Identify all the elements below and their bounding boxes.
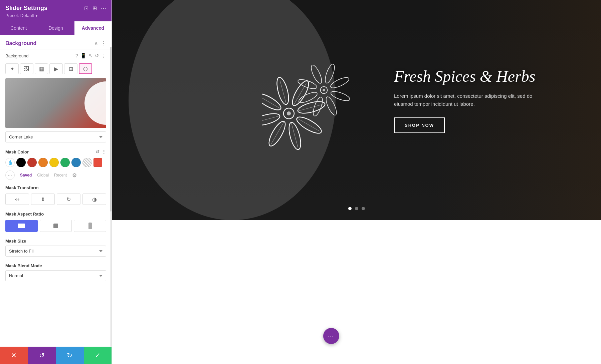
svg-point-9 <box>286 111 291 116</box>
aspect-wide-shape <box>18 224 25 228</box>
color-black[interactable] <box>16 158 26 167</box>
bg-type-mask[interactable]: ⬡ <box>79 63 92 74</box>
transform-invert[interactable]: ◑ <box>82 194 106 205</box>
aspect-wide[interactable] <box>5 220 38 232</box>
transform-flip-v[interactable]: ⇕ <box>31 194 55 205</box>
columns-icon[interactable]: ⊞ <box>92 5 97 11</box>
mask-size-label: Mask Size <box>5 239 26 244</box>
mask-aspect-label-row: Mask Aspect Ratio <box>0 209 112 219</box>
mask-blend-label: Mask Blend Mode <box>5 263 42 268</box>
expand-icon[interactable]: ⊡ <box>84 5 88 11</box>
bg-preview-shape <box>5 78 106 128</box>
mask-blend-select[interactable]: Normal <box>5 270 106 281</box>
panel-title: Slider Settings <box>5 5 47 12</box>
svg-point-20 <box>330 90 351 103</box>
scroll-track <box>110 47 112 347</box>
aspect-square-shape <box>53 224 58 228</box>
bg-preview <box>5 78 106 128</box>
panel-actions: ✕ ↺ ↻ ✓ <box>0 347 112 364</box>
three-dots-btn[interactable]: ··· <box>5 170 15 180</box>
panel-header: Slider Settings ⊡ ⊞ ⋯ Preset: Default <box>0 0 112 21</box>
mask-transform-label-row: Mask Transform <box>0 183 112 192</box>
bg-type-image[interactable]: 🖼 <box>20 63 33 74</box>
right-content: Fresh Spices & Herbs Lorem ipsum dolor s… <box>112 0 601 364</box>
spice-svg <box>262 33 376 187</box>
color-custom-pen[interactable] <box>93 158 102 167</box>
shop-now-button[interactable]: SHOP NOW <box>394 117 445 133</box>
slider-dots <box>348 207 365 210</box>
redo-button[interactable]: ↻ <box>56 347 84 364</box>
corner-lake-select[interactable]: Corner Lake <box>5 131 106 142</box>
slider-dot-2[interactable] <box>355 207 358 210</box>
bg-row-icons: ? 📱 ↖ ↺ ⋮ <box>75 53 106 59</box>
tab-advanced[interactable]: Advanced <box>74 21 112 35</box>
below-slider-area: ··· <box>112 220 601 364</box>
fab-button[interactable]: ··· <box>323 328 339 344</box>
transform-buttons: ⇔ ⇕ ↻ ◑ <box>0 192 112 209</box>
tab-recent[interactable]: Recent <box>54 173 67 177</box>
color-tabs-row: ··· Saved Global Recent ⚙ <box>0 169 112 183</box>
color-transparent[interactable] <box>82 158 92 167</box>
mask-aspect-label: Mask Aspect Ratio <box>5 212 44 217</box>
color-green[interactable] <box>60 158 70 167</box>
spice-illustration <box>255 20 382 200</box>
svg-point-6 <box>262 111 281 128</box>
section-more-icon[interactable]: ⋮ <box>101 40 106 46</box>
mask-color-more-icon[interactable]: ⋮ <box>102 149 106 154</box>
color-blue[interactable] <box>71 158 81 167</box>
collapse-icon[interactable]: ∧ <box>94 40 98 46</box>
mask-size-select[interactable]: Stretch to Fill <box>5 246 106 257</box>
slider-dot-1[interactable] <box>348 207 352 210</box>
more-dots-icon[interactable]: ⋮ <box>101 53 106 59</box>
svg-point-21 <box>324 95 339 116</box>
slider-text-block: Fresh Spices & Herbs Lorem ipsum dolor s… <box>394 67 541 133</box>
slider-dot-3[interactable] <box>362 207 365 210</box>
transform-rotate[interactable]: ↻ <box>57 194 80 205</box>
mask-color-reset-icon[interactable]: ↺ <box>95 149 99 154</box>
bg-type-none[interactable]: ✦ <box>5 63 19 74</box>
bg-type-pattern[interactable]: ⊞ <box>64 63 77 74</box>
tab-design[interactable]: Design <box>37 21 74 35</box>
panel-preset[interactable]: Preset: Default <box>5 13 106 18</box>
save-button[interactable]: ✓ <box>84 347 112 364</box>
color-settings-icon[interactable]: ⚙ <box>72 172 77 178</box>
svg-point-22 <box>312 96 325 117</box>
panel-tabs: Content Design Advanced <box>0 21 112 35</box>
reset-icon[interactable]: ↺ <box>95 53 99 59</box>
panel-header-icons: ⊡ ⊞ ⋯ <box>84 5 106 11</box>
tab-global[interactable]: Global <box>37 173 49 177</box>
slider-description: Lorem ipsum dolor sit amet, consectetur … <box>394 92 541 108</box>
aspect-tall-shape <box>88 223 92 229</box>
svg-point-18 <box>324 63 337 84</box>
mask-blend-select-row: Normal <box>5 270 106 281</box>
tab-saved[interactable]: Saved <box>20 173 32 177</box>
color-yellow[interactable] <box>49 158 59 167</box>
undo-button[interactable]: ↺ <box>28 347 56 364</box>
mask-size-label-row: Mask Size <box>0 236 112 246</box>
corner-lake-select-row: Corner Lake <box>5 131 106 142</box>
mobile-icon[interactable]: 📱 <box>80 53 86 59</box>
left-panel: Slider Settings ⊡ ⊞ ⋯ Preset: Default Co… <box>0 0 112 364</box>
bg-type-gradient[interactable]: ▦ <box>35 63 48 74</box>
tab-content[interactable]: Content <box>0 21 37 35</box>
slider-heading: Fresh Spices & Herbs <box>394 67 541 86</box>
bg-row: Background ? 📱 ↖ ↺ ⋮ <box>0 49 112 62</box>
scroll-thumb[interactable] <box>110 47 112 212</box>
mask-color-icons: ↺ ⋮ <box>95 149 106 154</box>
transform-flip-h[interactable]: ⇔ <box>5 194 29 205</box>
svg-line-16 <box>262 116 280 122</box>
aspect-tall[interactable] <box>74 220 106 232</box>
color-orange[interactable] <box>38 158 48 167</box>
eyedropper-btn[interactable]: 💧 <box>5 158 15 167</box>
more-icon[interactable]: ⋯ <box>101 5 106 11</box>
cursor-icon[interactable]: ↖ <box>88 53 93 59</box>
aspect-square[interactable] <box>40 220 72 232</box>
svg-point-19 <box>329 75 350 90</box>
panel-body: Background ∧ ⋮ Background ? 📱 ↖ ↺ ⋮ ✦ 🖼 … <box>0 35 112 364</box>
cancel-button[interactable]: ✕ <box>0 347 28 364</box>
bg-type-icons: ✦ 🖼 ▦ ▶ ⊞ ⬡ <box>0 62 112 78</box>
help-icon[interactable]: ? <box>75 53 78 59</box>
section-header-right: ∧ ⋮ <box>94 40 106 46</box>
bg-type-video[interactable]: ▶ <box>49 63 63 74</box>
color-red[interactable] <box>27 158 37 167</box>
